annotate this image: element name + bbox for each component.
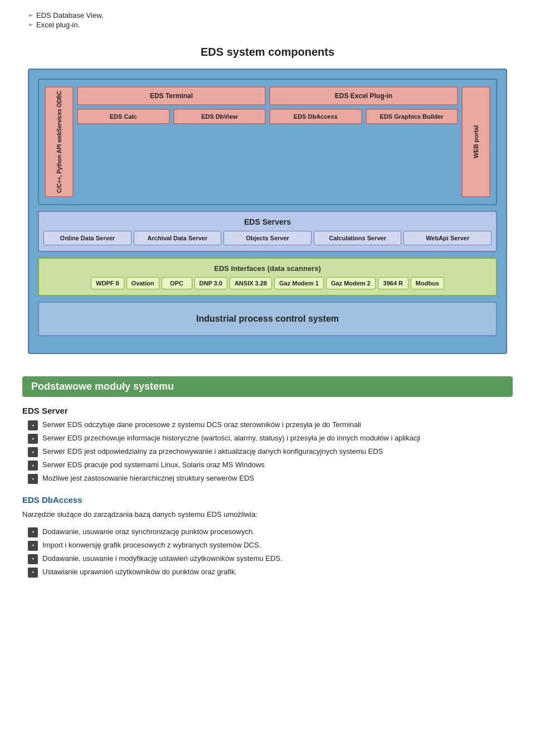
client-box-eds-terminal: EDS Terminal	[77, 86, 266, 105]
client-box-eds-graphics: EDS Graphics Builder	[366, 109, 459, 124]
clients-outer: C/C++, Python API webServices ODBC EDS T…	[38, 79, 497, 205]
servers-row: Online Data Server Archival Data Server …	[43, 231, 492, 245]
bullet-icon-5: ▪	[28, 474, 38, 484]
bullet-icon-db-1: ▪	[28, 527, 38, 537]
top-bullet-2: Excel plug-in.	[28, 21, 513, 29]
clients-row: C/C++, Python API webServices ODBC EDS T…	[45, 86, 490, 197]
top-bullet-1: EDS Database View,	[28, 11, 513, 20]
interface-ovation: Ovation	[127, 277, 159, 289]
section1-bullet-5: ▪ Możliwe jest zastosowanie hierarchiczn…	[28, 473, 513, 484]
section1-bullet-3: ▪ Serwer EDS jest odpowiedzialny za prze…	[28, 447, 513, 457]
diagram-title: EDS system components	[22, 46, 513, 59]
client-box-eds-excel: EDS Excel Plug-in	[269, 86, 458, 105]
diagram-wrapper: C/C++, Python API webServices ODBC EDS T…	[28, 69, 507, 354]
bullet-icon-db-2: ▪	[28, 541, 38, 551]
layer-industrial: Industrial process control system	[38, 302, 497, 336]
bullet-icon-db-4: ▪	[28, 568, 38, 578]
client-box-eds-calc: EDS Calc	[77, 109, 170, 124]
interface-3964r: 3964 R	[378, 277, 408, 289]
bullet-icon-1: ▪	[28, 420, 38, 430]
server-objects: Objects Server	[223, 231, 312, 245]
interfaces-title: EDS Interfaces (data scanners)	[43, 264, 492, 273]
interfaces-row: WDPF II Ovation OPC DNP 3.0 ANSIX 3.28 G…	[43, 277, 492, 289]
servers-title: EDS Servers	[43, 217, 492, 226]
client-box-eds-dbview: EDS DbView	[173, 109, 266, 124]
bullet-icon-3: ▪	[28, 447, 38, 457]
section2-bullet-4: ▪ Ustawianie uprawnień użytkowników do p…	[28, 567, 513, 578]
interface-wdpf: WDPF II	[91, 277, 124, 289]
layer-interfaces: EDS Interfaces (data scanners) WDPF II O…	[38, 258, 497, 296]
section2-bullet-3: ▪ Dodawanie, usuwanie i modyfikację usta…	[28, 554, 513, 564]
interface-ansix: ANSIX 3.28	[230, 277, 272, 289]
section1-header: Podstawowe moduły systemu	[22, 376, 513, 397]
section1-title: EDS Server	[22, 406, 513, 415]
bullet-icon-db-3: ▪	[28, 554, 38, 564]
section1-bullet-1: ▪ Serwer EDS odczytuje dane procesowe z …	[28, 420, 513, 430]
interface-opc: OPC	[162, 277, 192, 289]
section2-bullet-1: ▪ Dodawanie, usuwanie oraz synchronizacj…	[28, 527, 513, 537]
section2-bullet-2: ▪ Import i konwersję grafik procesowych …	[28, 540, 513, 551]
interface-dnp: DNP 3.0	[194, 277, 227, 289]
server-webapi: WebApi Server	[403, 231, 492, 245]
interface-modbus: Modbus	[411, 277, 444, 289]
client-vertical-right: WEB portal	[461, 86, 490, 197]
server-archival: Archival Data Server	[134, 231, 222, 245]
interface-gaz2: Gaz Modem 2	[326, 277, 376, 289]
section1-bullet-list: ▪ Serwer EDS odczytuje dane procesowe z …	[22, 420, 513, 484]
section2-title: EDS DbAccess	[22, 495, 513, 505]
top-bullet-list: EDS Database View, Excel plug-in.	[22, 11, 513, 29]
platform-outer: C/C++, Python API webServices ODBC EDS T…	[28, 69, 507, 354]
bullet-icon-2: ▪	[28, 434, 38, 444]
server-calculations: Calculations Server	[314, 231, 402, 245]
server-online: Online Data Server	[43, 231, 132, 245]
layer-servers: EDS Servers Online Data Server Archival …	[38, 211, 497, 252]
section2-bullet-list: ▪ Dodawanie, usuwanie oraz synchronizacj…	[22, 527, 513, 578]
clients-bottom-row: EDS Calc EDS DbView EDS DbAccess EDS Gra…	[77, 109, 458, 124]
section1-bullet-2: ▪ Serwer EDS przechowuje informacje hist…	[28, 433, 513, 444]
interface-gaz1: Gaz Modem 1	[274, 277, 324, 289]
clients-top-row: EDS Terminal EDS Excel Plug-in	[77, 86, 458, 105]
clients-middle: EDS Terminal EDS Excel Plug-in EDS Calc …	[77, 86, 458, 197]
bullet-icon-4: ▪	[28, 461, 38, 471]
section1-bullet-4: ▪ Serwer EDS pracuje pod systemami Linux…	[28, 460, 513, 471]
client-vertical-left: C/C++, Python API webServices ODBC	[45, 86, 74, 197]
section2-desc: Narzędzie służące do zarządzania bazą da…	[22, 509, 513, 520]
client-box-eds-dbaccess: EDS DbAccess	[269, 109, 362, 124]
